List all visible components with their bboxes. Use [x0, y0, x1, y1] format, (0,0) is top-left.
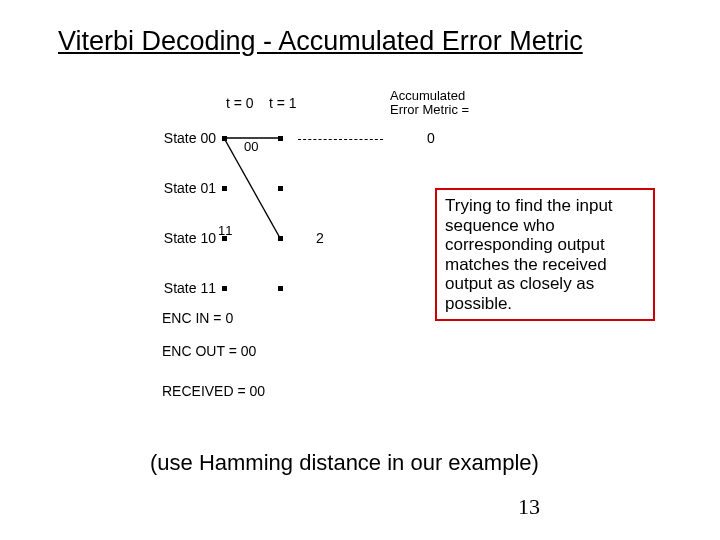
- enc-in-value: 0: [225, 310, 233, 326]
- metric-s00: 0: [427, 130, 435, 146]
- metric-s10: 2: [316, 230, 324, 246]
- enc-in-label: ENC IN =: [162, 310, 222, 326]
- enc-out-label: ENC OUT =: [162, 343, 237, 359]
- enc-out-value: 00: [241, 343, 257, 359]
- trellis-lines: [150, 95, 460, 415]
- received-label: RECEIVED =: [162, 383, 246, 399]
- received-value: 00: [250, 383, 266, 399]
- page-number: 13: [518, 494, 540, 520]
- enc-in-row: ENC IN = 0: [162, 310, 233, 326]
- subtitle: (use Hamming distance in our example): [150, 450, 539, 476]
- slide-title: Viterbi Decoding - Accumulated Error Met…: [58, 26, 583, 57]
- branch-label-11: 11: [218, 223, 232, 238]
- branch-label-00: 00: [244, 139, 258, 154]
- callout-text: Trying to find the input sequence who co…: [445, 196, 613, 313]
- enc-out-row: ENC OUT = 00: [162, 343, 256, 359]
- trellis-diagram: t = 0 t = 1 Accumulated Error Metric = S…: [150, 95, 460, 415]
- received-row: RECEIVED = 00: [162, 383, 265, 399]
- callout-box: Trying to find the input sequence who co…: [435, 188, 655, 321]
